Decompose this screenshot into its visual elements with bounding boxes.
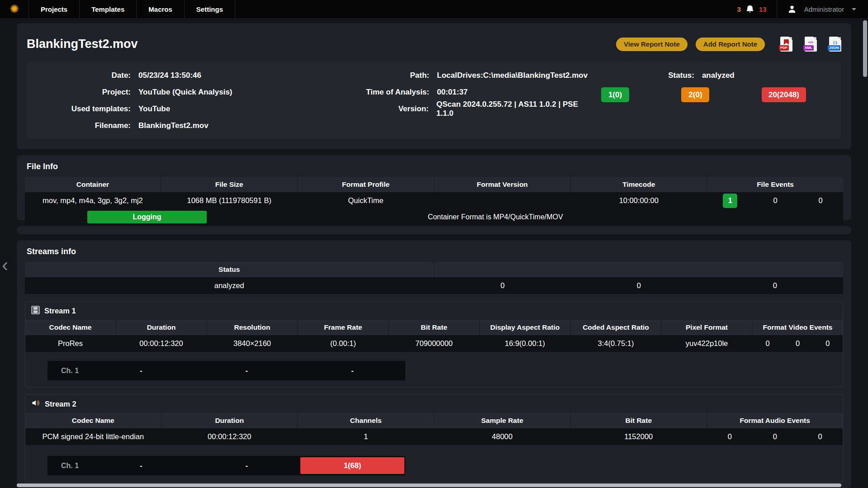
report-page: BlankingTest2.mov View Report Note Add R… <box>0 18 868 488</box>
nav-templates[interactable]: Templates <box>80 0 137 18</box>
horizontal-scrollbar[interactable] <box>17 483 841 487</box>
analysis-summary-panel: Date:05/23/24 13:50:46 Project:YouTube (… <box>27 62 841 139</box>
time-of-analysis-label: Time of Analysis: <box>298 88 429 97</box>
codec-name-value: ProRes <box>25 335 115 352</box>
stream-2-channel-row: Ch. 1 - - 1(68) <box>47 456 405 475</box>
col-display-aspect-ratio: Display Aspect Ratio <box>480 320 570 335</box>
stream-2-title: Stream 2 <box>45 400 76 408</box>
pixel-format-value: yuv422p10le <box>662 335 752 352</box>
streams-info-title: Streams info <box>17 240 851 262</box>
file-info-card: File Info Container File Size Format Pro… <box>17 155 851 220</box>
channel-label: Ch. 1 <box>47 462 88 470</box>
path-label: Path: <box>298 71 429 80</box>
container-format-note: Container Format is MP4/QuickTime/MOV <box>428 209 563 225</box>
channel-error-badge[interactable]: 1(68) <box>300 457 404 474</box>
project-label: Project: <box>27 88 131 97</box>
warning-count[interactable]: 3 <box>737 5 741 13</box>
streams-event-count: 0 <box>435 281 571 290</box>
bit-rate-value: 709000000 <box>389 335 479 352</box>
col-format-profile: Format Profile <box>298 177 434 192</box>
warning-events-badge[interactable]: 2(0) <box>681 87 709 102</box>
filename-label: Filename: <box>27 121 131 130</box>
streams-info-card: Streams info Status analyzed 0 0 0 <box>17 240 851 488</box>
streams-event-count: 0 <box>707 281 843 290</box>
format-profile-value: QuickTime <box>298 192 434 209</box>
col-container: Container <box>25 177 161 192</box>
file-events-green-badge[interactable]: 1 <box>723 194 737 208</box>
chevron-down-icon[interactable] <box>852 8 856 10</box>
col-channels: Channels <box>298 413 434 428</box>
speaker-icon <box>31 398 40 409</box>
video-event-count: 0 <box>753 339 783 348</box>
duration-value: 00:00:12:320 <box>116 335 206 352</box>
error-count[interactable]: 13 <box>759 5 767 13</box>
nav-projects[interactable]: Projects <box>29 0 80 18</box>
error-events-badge[interactable]: 20(2048) <box>762 87 806 102</box>
add-report-note-button[interactable]: Add Report Note <box>696 38 765 51</box>
stream-2-panel: Stream 2 Codec Name Duration Channels Sa… <box>25 394 843 482</box>
channel-cell: - <box>88 462 194 470</box>
used-templates-label: Used templates: <box>27 104 131 114</box>
streams-status-value: analyzed <box>25 277 434 294</box>
film-strip-icon <box>31 306 40 316</box>
nav-macros[interactable]: Macros <box>137 0 185 18</box>
nav-settings[interactable]: Settings <box>185 0 235 18</box>
stream-1-row: ProRes 00:00:12:320 3840×2160 (0.00:1) 7… <box>25 335 843 352</box>
duration-value: 00:00:12:320 <box>162 428 298 445</box>
export-xml-icon[interactable]: </> XML <box>805 37 817 52</box>
col-duration: Duration <box>116 320 206 335</box>
resolution-value: 3840×2160 <box>207 335 297 352</box>
divider <box>777 0 777 18</box>
col-timecode: Timecode <box>571 177 707 192</box>
col-format-audio-events: Format Audio Events <box>707 413 843 428</box>
channel-cell: - <box>194 367 300 375</box>
user-avatar-icon[interactable] <box>787 4 797 14</box>
stream-2-row: PCM signed 24-bit little-endian 00:00:12… <box>25 428 843 445</box>
stream-1-panel: Stream 1 Codec Name Duration Resolution … <box>25 301 843 387</box>
app-logo-icon[interactable]: ✺ <box>0 0 29 18</box>
bit-rate-value: 1152000 <box>571 428 707 445</box>
col-file-events: File Events <box>707 177 843 192</box>
col-coded-aspect-ratio: Coded Aspect Ratio <box>571 320 661 335</box>
col-codec-name: Codec Name <box>25 320 115 335</box>
col-format-version: Format Version <box>435 177 570 192</box>
filename-value: BlankingTest2.mov <box>138 121 209 130</box>
video-event-count: 0 <box>783 339 812 348</box>
info-events-badge[interactable]: 1(0) <box>601 87 629 102</box>
audio-event-count: 0 <box>797 432 843 441</box>
video-event-count: 0 <box>813 339 843 348</box>
file-events-count: 0 <box>753 196 798 205</box>
col-file-size: File Size <box>161 177 297 192</box>
time-of-analysis-value: 00:01:37 <box>437 88 468 97</box>
top-navbar: ✺ Projects Templates Macros Settings 3 1… <box>0 0 868 18</box>
version-label: Version: <box>298 104 429 114</box>
col-codec-name: Codec Name <box>25 413 161 428</box>
view-report-note-button[interactable]: View Report Note <box>616 38 688 51</box>
user-menu[interactable]: Administrator <box>804 5 844 13</box>
col-resolution: Resolution <box>207 320 297 335</box>
vertical-scrollbar-thumb[interactable] <box>863 20 867 77</box>
sample-rate-value: 48000 <box>435 428 570 445</box>
channel-label: Ch. 1 <box>47 367 88 375</box>
collapsed-section <box>17 226 851 234</box>
format-version-value <box>435 192 570 209</box>
report-header-card: BlankingTest2.mov View Report Note Add R… <box>17 23 851 149</box>
col-bit-rate: Bit Rate <box>389 320 479 335</box>
export-json-icon[interactable]: {;} JSON <box>829 37 841 52</box>
used-templates-value: YouTube <box>138 104 170 114</box>
stream-1-title: Stream 1 <box>44 307 76 315</box>
export-pdf-icon[interactable]: PDF <box>780 37 792 52</box>
bell-icon[interactable] <box>745 5 754 14</box>
audio-event-count: 0 <box>752 432 797 441</box>
display-aspect-ratio-value: 16:9(0.00:1) <box>480 335 570 352</box>
date-label: Date: <box>27 71 131 80</box>
file-info-title: File Info <box>17 155 851 177</box>
coded-aspect-ratio-value: 3:4(0.75:1) <box>571 335 661 352</box>
col-duration: Duration <box>162 413 298 428</box>
status-value: analyzed <box>702 71 735 80</box>
page-title: BlankingTest2.mov <box>27 37 138 51</box>
timecode-value: 10:00:00:00 <box>571 192 707 209</box>
frame-rate-value: (0.00:1) <box>298 335 388 352</box>
audio-event-count: 0 <box>707 432 753 441</box>
streams-event-count: 0 <box>571 281 707 290</box>
